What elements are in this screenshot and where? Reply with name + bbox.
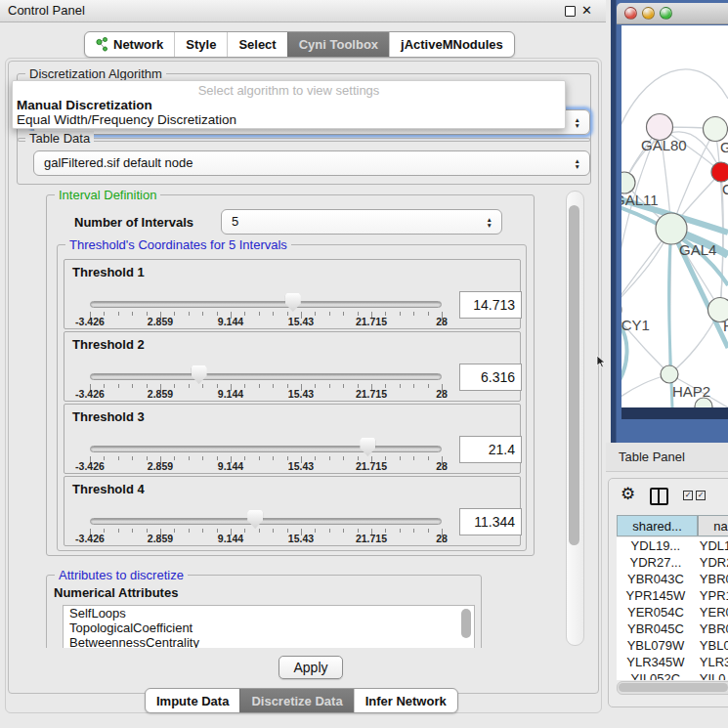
table-row[interactable]: YBL079WYBL0: [617, 637, 728, 654]
bottom-tab-label: Impute Data: [156, 694, 229, 708]
chevron-up-down-icon: ▲▼: [575, 158, 580, 169]
split-columns-icon[interactable]: [650, 488, 668, 505]
slider-tick-label: -3.426: [61, 533, 119, 544]
slider-tick-label: 15.43: [272, 533, 330, 544]
bottom-tab-impute-data[interactable]: Impute Data: [146, 689, 239, 712]
slider-track[interactable]: [90, 518, 442, 525]
network-node-label: GAL11: [621, 192, 659, 208]
network-node-label: GAL80: [641, 137, 687, 153]
tab-cyni-toolbox[interactable]: Cyni Toolbox: [287, 32, 389, 57]
attribute-item-betweennesscentrality[interactable]: BetweennessCentrality: [64, 635, 474, 648]
threshold-label: Threshold 3: [72, 409, 145, 424]
cell-shared-name: YBR043C: [617, 571, 695, 587]
table-horizontal-scrollbar[interactable]: [617, 681, 728, 695]
control-panel-title-bar: Control Panel ✕: [0, 0, 606, 22]
network-node-label: GA: [720, 139, 728, 155]
network-icon: [96, 37, 108, 52]
spinner-up-down-icon: ▲▼: [487, 217, 492, 228]
network-window-title-bar[interactable]: [617, 3, 728, 24]
minimize-traffic-light[interactable]: [642, 7, 655, 20]
gear-icon[interactable]: ⚙: [621, 484, 635, 503]
attributes-group: Attributes to discretize Numerical Attri…: [46, 575, 482, 648]
slider-tick-label: 21.715: [342, 460, 401, 472]
numerical-attributes-label: Numerical Attributes: [54, 585, 178, 600]
settings-vertical-scrollbar[interactable]: [566, 191, 584, 646]
list-scrollbar[interactable]: [461, 609, 471, 638]
table-row[interactable]: YPR145WYPR1: [617, 587, 728, 604]
table-row[interactable]: YBR043CYBR0: [617, 571, 728, 587]
slider-thumb[interactable]: [192, 365, 207, 384]
network-node-c[interactable]: [711, 162, 728, 182]
tab-jactivemnodules[interactable]: jActiveMNodules: [389, 32, 514, 57]
cell-shared-name: YBR045C: [617, 621, 695, 637]
cell-shared-name: YDR27...: [617, 554, 695, 571]
scrollbar-thumb[interactable]: [569, 205, 579, 545]
thresholds-group: Threshold's Coordinates for 5 Intervals …: [57, 244, 527, 551]
bottom-tab-discretize-data[interactable]: Discretize Data: [239, 689, 353, 712]
threshold-panel-2: Threshold 2-3.4262.8599.14415.4321.71528…: [64, 331, 521, 402]
interval-definition-title: Interval Definition: [55, 189, 160, 202]
threshold-value-field[interactable]: 21.4: [459, 436, 522, 463]
attribute-item-topologicalcoefficient[interactable]: TopologicalCoefficient: [64, 621, 474, 635]
attributes-group-title: Attributes to discretize: [55, 568, 188, 582]
algorithm-group-title: Discretization Algorithm: [25, 66, 166, 81]
network-node-label: GAL4: [679, 241, 716, 258]
threshold-value-field[interactable]: 14.713: [459, 291, 522, 319]
threshold-label: Threshold 2: [72, 337, 145, 352]
network-node-gal4[interactable]: [656, 213, 687, 244]
num-intervals-spinner[interactable]: 5 ▲▼: [221, 209, 502, 235]
table-row[interactable]: YIL052CYIL0: [617, 670, 728, 680]
network-node-label: H: [723, 318, 728, 334]
tab-select[interactable]: Select: [227, 32, 286, 57]
numerical-attributes-list[interactable]: SelfLoopsTopologicalCoefficientBetweenne…: [63, 605, 475, 648]
popup-option-manual-discretization[interactable]: Manual Discretization: [17, 98, 152, 112]
network-canvas[interactable]: GAL80GACGAL11GAL4GCY1HHAP2: [621, 25, 728, 407]
table-row[interactable]: YER054CYER0: [617, 604, 728, 621]
cell-shared-name: YIL052C: [617, 670, 695, 680]
apply-button[interactable]: Apply: [278, 656, 343, 679]
table-data-combobox[interactable]: galFiltered.sif default node ▲▼: [33, 150, 590, 176]
slider-track[interactable]: [90, 446, 442, 452]
threshold-value-field[interactable]: 6.316: [459, 364, 522, 391]
checkbox-icon[interactable]: ✓: [696, 491, 706, 500]
table-row[interactable]: YDL19...YDL1: [617, 537, 728, 554]
scrollbar-thumb[interactable]: [619, 683, 728, 692]
table-row[interactable]: YLR345WYLR3: [617, 654, 728, 670]
float-window-icon[interactable]: [565, 6, 576, 17]
popup-option-equal-width-frequency-discretization[interactable]: Equal Width/Frequency Discretization: [17, 112, 236, 127]
slider-track[interactable]: [90, 301, 442, 308]
column-header-1[interactable]: shared...: [617, 515, 698, 536]
slider-tick-label: 2.859: [131, 316, 190, 327]
checkbox-icon[interactable]: ✓: [683, 491, 693, 500]
slider-thumb[interactable]: [285, 293, 301, 312]
attribute-item-selfloops[interactable]: SelfLoops: [64, 606, 474, 621]
slider-track[interactable]: [90, 373, 442, 380]
network-node-hap2[interactable]: [661, 365, 678, 383]
slider-thumb[interactable]: [360, 438, 375, 456]
threshold-panel-4: Threshold 4-3.4262.8599.14415.4321.71528…: [64, 476, 521, 546]
close-traffic-light[interactable]: [624, 7, 637, 20]
network-node-ga[interactable]: [704, 117, 728, 142]
tab-style[interactable]: Style: [174, 32, 227, 57]
slider-tick-label: 2.859: [131, 460, 190, 472]
slider-thumb[interactable]: [247, 510, 263, 529]
table-header-row: shared...na: [617, 515, 728, 536]
table-row[interactable]: YBR045CYBR0: [617, 621, 728, 637]
network-node-gal11[interactable]: [621, 172, 635, 193]
table-row[interactable]: YDR27...YDR2: [617, 554, 728, 571]
bottom-tab-infer-network[interactable]: Infer Network: [354, 689, 457, 712]
threshold-value-field[interactable]: 11.344: [459, 508, 522, 535]
network-node-label: C: [722, 181, 728, 197]
num-intervals-label: Number of Intervals: [74, 215, 193, 230]
network-canvas-svg[interactable]: GAL80GACGAL11GAL4GCY1HHAP2: [621, 25, 728, 407]
slider-tick-label: 9.144: [201, 460, 260, 472]
algorithm-dropdown-popup: Select algorithm to view settings Manual…: [12, 80, 566, 129]
bottom-tab-label: Infer Network: [365, 694, 447, 708]
cell-name: YIL0: [695, 670, 728, 680]
zoom-traffic-light[interactable]: [660, 7, 672, 20]
column-header-2[interactable]: na: [698, 515, 728, 536]
tab-network[interactable]: Network: [85, 32, 174, 57]
close-icon[interactable]: ✕: [581, 0, 592, 21]
settings-scroll-area: Interval Definition Number of Intervals …: [21, 189, 587, 648]
cyni-toolbox-panel: Discretization Algorithm ▲▼ Table Data g…: [8, 61, 599, 694]
